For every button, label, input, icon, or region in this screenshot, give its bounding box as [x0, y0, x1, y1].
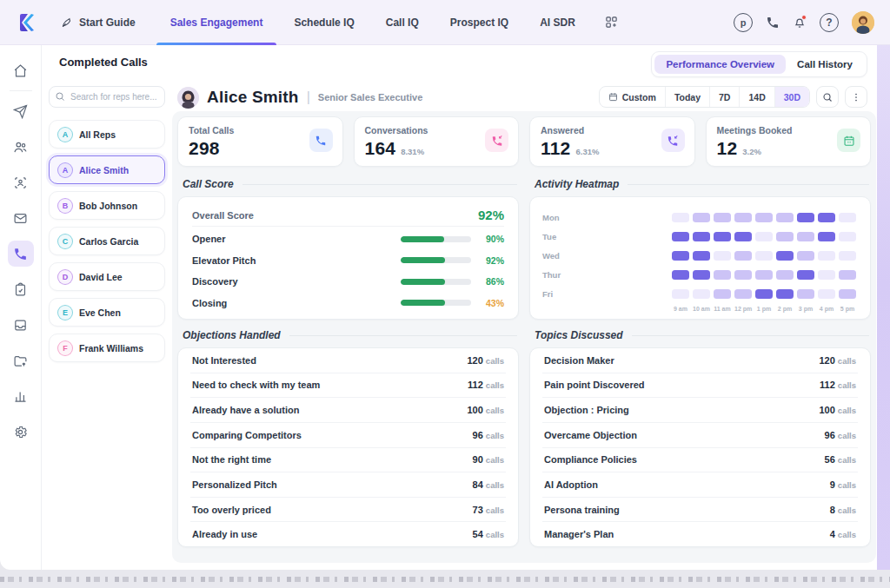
rocket-icon — [61, 17, 73, 29]
rep-initial-badge: B — [57, 198, 73, 214]
heatmap-cell — [797, 213, 814, 222]
calendar-icon — [837, 129, 860, 152]
heatmap-cell — [776, 251, 794, 261]
heatmap-cell — [693, 251, 710, 261]
score-row-opener: Opener90% — [192, 234, 504, 244]
heatmap-day-label: Fri — [542, 289, 672, 299]
user-scan-icon[interactable] — [8, 169, 34, 195]
list-item-count: 9calls — [830, 479, 856, 490]
count-unit: calls — [838, 480, 856, 490]
count-unit: calls — [838, 431, 856, 440]
filter-7d[interactable]: 7D — [710, 87, 740, 107]
user-avatar[interactable] — [852, 11, 874, 34]
score-row-discovery: Discovery86% — [192, 276, 504, 287]
kebab-menu-icon — [851, 92, 861, 102]
heatmap-cell — [734, 251, 752, 261]
list-item-label: Need to check with my team — [192, 380, 320, 390]
heatmap-cell — [755, 270, 773, 280]
tab-prospect-iq[interactable]: Prospect IQ — [450, 0, 508, 45]
count-value: 112 — [820, 380, 835, 390]
topic-row: Persona training8calls — [542, 498, 858, 523]
heatmap-time-label: 1 pm — [755, 306, 773, 312]
rep-item-all-reps[interactable]: AAll Reps — [49, 120, 165, 149]
tab-schedule-iq[interactable]: Schedule IQ — [294, 0, 354, 45]
score-value: 86% — [480, 276, 504, 287]
heatmap-cell — [693, 213, 710, 222]
heatmap-cell — [714, 213, 731, 222]
heatmap-cell — [776, 289, 794, 299]
tab-call-iq[interactable]: Call IQ — [386, 0, 419, 45]
apps-grid-icon[interactable] — [605, 16, 618, 29]
tab-sales-engagement[interactable]: Sales Engagement — [170, 0, 263, 45]
settings-gear-icon[interactable] — [8, 419, 34, 445]
dialer-icon[interactable]: p — [734, 13, 753, 32]
overall-score-label: Overall Score — [192, 210, 254, 221]
heatmap-cell — [714, 289, 731, 299]
call-score-panel: Overall Score 92% Opener90%Elevator Pitc… — [177, 196, 519, 320]
score-label: Elevator Pitch — [192, 255, 401, 266]
separator: | — [307, 89, 310, 105]
filter-today[interactable]: Today — [666, 87, 710, 107]
start-guide-button[interactable]: Start Guide — [61, 17, 136, 29]
heatmap-time-labels: 9 am10 am11 am12 pm1 pm2 pm3 pm4 pm5 pm — [672, 306, 856, 312]
tab-call-history[interactable]: Call History — [786, 55, 864, 74]
home-icon[interactable] — [8, 57, 34, 83]
folder-export-icon[interactable] — [8, 347, 34, 373]
nav-tabs: Sales EngagementSchedule IQCall IQProspe… — [170, 0, 575, 45]
clipboard-check-icon[interactable] — [8, 276, 34, 302]
kpi-answered: Answered 1126.31% — [529, 116, 695, 167]
heatmap-cell — [693, 232, 710, 241]
list-item-count: 112calls — [820, 380, 856, 390]
bar-chart-icon[interactable] — [8, 383, 34, 409]
more-options-button[interactable] — [845, 86, 867, 108]
list-item-label: Objection : Pricing — [544, 405, 629, 415]
phone-icon[interactable] — [766, 16, 780, 30]
score-label: Opener — [192, 234, 401, 244]
topics-list: Decision Maker120callsPain point Discove… — [529, 347, 871, 547]
tab-ai-sdr[interactable]: AI SDR — [540, 0, 575, 45]
send-icon[interactable] — [8, 98, 34, 124]
rep-name-label: Alice Smith — [79, 165, 129, 175]
search-button[interactable] — [816, 86, 839, 108]
heatmap-cells — [672, 232, 856, 241]
sidebar-icon-rail — [0, 45, 42, 570]
rep-item-bob-johnson[interactable]: BBob Johnson — [49, 191, 165, 220]
rep-item-alice-smith[interactable]: AAlice Smith — [49, 155, 165, 184]
notifications-bell-icon[interactable] — [793, 16, 807, 30]
active-tab-underline — [156, 43, 277, 45]
activity-heatmap-title: Activity Heatmap — [535, 178, 619, 190]
rep-item-carlos-garcia[interactable]: CCarlos Garcia — [49, 227, 165, 255]
tab-performance-overview[interactable]: Performance Overview — [654, 55, 786, 74]
heatmap-day-label: Mon — [542, 213, 672, 222]
filter-14d[interactable]: 14D — [740, 87, 774, 107]
heatmap-cell — [797, 232, 814, 241]
score-row-closing: Closing43% — [192, 298, 504, 308]
objection-row: Already have a solution100calls — [190, 398, 506, 423]
heatmap-cell — [672, 232, 689, 241]
heatmap-day-label: Thur — [542, 270, 672, 280]
custom-range-button[interactable]: Custom — [600, 87, 666, 107]
rep-item-frank-williams[interactable]: FFrank Williams — [49, 334, 165, 362]
objection-row: Not Interested120calls — [190, 348, 506, 373]
count-value: 120 — [468, 355, 483, 366]
mail-icon[interactable] — [8, 205, 34, 231]
phone-calls-icon[interactable] — [8, 241, 34, 267]
rep-item-david-lee[interactable]: DDavid Lee — [49, 262, 165, 291]
rep-name-label: Carlos Garcia — [79, 236, 138, 247]
app-logo-icon[interactable] — [17, 12, 38, 33]
list-item-count: 73calls — [473, 505, 504, 515]
heatmap-cell — [776, 270, 794, 280]
score-progress-fill — [401, 279, 445, 285]
heatmap-cell — [714, 270, 731, 280]
count-value: 56 — [825, 454, 835, 465]
rep-search-input[interactable] — [49, 86, 165, 108]
heatmap-cell — [839, 251, 856, 261]
date-range-group: Custom Today7D14D30D — [599, 86, 810, 108]
rep-item-eve-chen[interactable]: EEve Chen — [49, 298, 165, 327]
help-icon[interactable]: ? — [820, 13, 839, 32]
inbox-icon[interactable] — [8, 312, 34, 338]
users-icon[interactable] — [8, 134, 34, 160]
list-item-label: Personalized Pitch — [192, 479, 277, 490]
filter-30d[interactable]: 30D — [775, 87, 809, 107]
heatmap-cell — [839, 232, 856, 241]
